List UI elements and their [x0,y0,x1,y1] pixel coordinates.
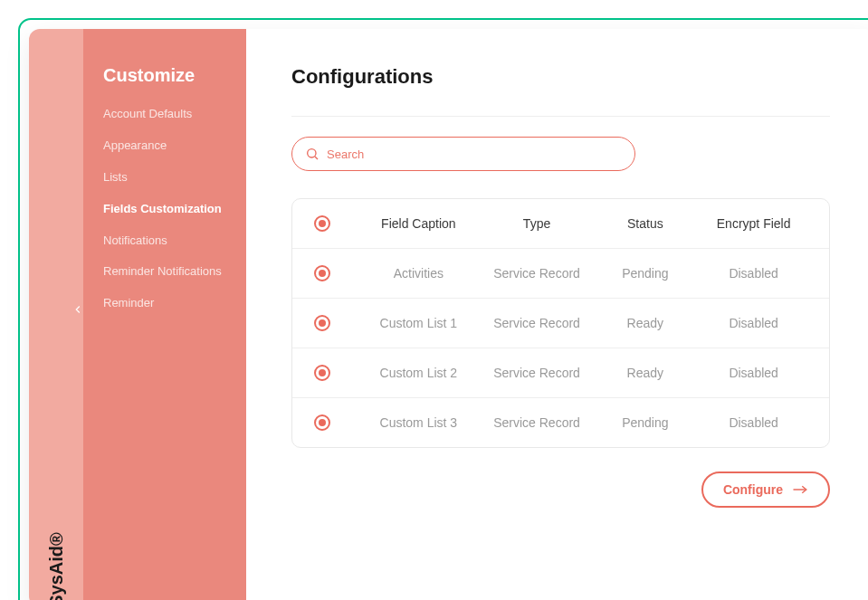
radio-dot-icon [319,319,326,327]
row-radio[interactable] [314,414,330,431]
table-header-cell: Field Caption [359,216,478,231]
table-cell-encrypt: Disabled [694,366,813,380]
chevron-left-icon [76,307,80,313]
sidebar-item-2[interactable]: Lists [103,162,226,194]
config-table: Field CaptionTypeStatusEncrypt FieldActi… [291,198,830,448]
brand-logo: SysAid® [46,532,67,600]
row-radio[interactable] [314,365,330,381]
table-cell-type: Service Record [478,316,596,330]
page-title: Configurations [291,65,830,89]
row-radio[interactable] [314,215,330,232]
table-cell-status: Pending [596,415,694,430]
sidebar-item-1[interactable]: Appearance [103,130,226,162]
radio-dot-icon [319,419,326,426]
divider [291,116,830,117]
main-panel: Configurations Field CaptionTypeStatusEn… [246,29,868,600]
table-cell-caption: Custom List 1 [359,316,478,330]
collapse-sidebar-button[interactable] [69,300,87,319]
sidebar-item-5[interactable]: Reminder Notifications [103,256,226,288]
configure-button[interactable]: Configure [701,471,830,508]
table-cell-caption: Custom List 2 [359,366,478,380]
table-cell-encrypt: Disabled [694,266,813,281]
table-row[interactable]: Custom List 3Service RecordPendingDisabl… [292,398,829,447]
table-cell-status: Ready [596,366,694,380]
table-row[interactable]: ActivitiesService RecordPendingDisabled [292,249,829,299]
table-cell-type: Service Record [478,266,596,281]
app-window: SysAid® Customize Account DefaultsAppear… [29,29,868,600]
radio-dot-icon [319,220,326,227]
table-row[interactable]: Custom List 2Service RecordReadyDisabled [292,348,829,398]
table-cell-encrypt: Disabled [694,316,813,330]
table-header-cell: Type [478,216,596,231]
table-row[interactable]: Custom List 1Service RecordReadyDisabled [292,299,829,348]
table-cell-type: Service Record [478,415,596,430]
radio-dot-icon [319,369,326,376]
search-field-wrap[interactable] [291,137,635,171]
radio-dot-icon [319,270,326,277]
sidebar-item-6[interactable]: Reminder [103,288,226,319]
table-cell-caption: Activities [359,266,478,281]
footer-actions: Configure [291,471,830,508]
sidebar-item-4[interactable]: Notifications [103,225,226,257]
table-header-cell: Encrypt Field [694,216,813,231]
table-header-cell: Status [596,216,694,231]
table-header-row: Field CaptionTypeStatusEncrypt Field [292,199,829,249]
row-radio[interactable] [314,315,330,331]
svg-line-1 [315,157,318,159]
sidebar-title: Customize [103,65,226,86]
sidebar-items: Account DefaultsAppearanceListsFields Cu… [103,99,226,319]
row-radio[interactable] [314,265,330,281]
sidebar-item-0[interactable]: Account Defaults [103,99,226,130]
search-icon [305,147,320,161]
arrow-right-icon [792,485,808,494]
table-cell-status: Pending [596,266,694,281]
configure-button-label: Configure [723,482,783,497]
table-cell-encrypt: Disabled [694,415,813,430]
sidebar: Customize Account DefaultsAppearanceList… [83,29,246,600]
outer-frame: SysAid® Customize Account DefaultsAppear… [18,18,868,600]
table-cell-caption: Custom List 3 [359,415,478,430]
table-cell-type: Service Record [478,366,596,380]
sidebar-item-3[interactable]: Fields Customization [103,194,226,225]
svg-point-0 [308,149,316,157]
table-cell-status: Ready [596,316,694,330]
search-input[interactable] [327,148,622,161]
